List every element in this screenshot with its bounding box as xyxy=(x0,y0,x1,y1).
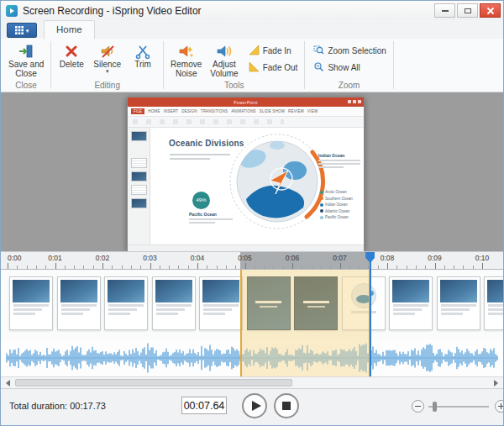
video-thumbnail[interactable] xyxy=(389,276,433,330)
ppt-tab: FILE xyxy=(131,108,144,114)
ruler-tick xyxy=(160,266,160,269)
video-thumbnail[interactable] xyxy=(152,276,196,330)
globe-graphic xyxy=(224,129,330,234)
zoom-slider-handle[interactable] xyxy=(433,402,437,412)
video-thumbnail[interactable] xyxy=(104,276,148,330)
silence-icon xyxy=(99,42,116,60)
callout-pacific-ocean: Pacific Ocean xyxy=(189,212,233,224)
thumbnail-art xyxy=(393,308,422,311)
scrollbar-thumb[interactable] xyxy=(15,379,292,387)
thumbnail-art xyxy=(488,304,503,307)
video-thumbnail[interactable] xyxy=(199,276,243,330)
adjust-volume-button[interactable]: Adjust Volume xyxy=(206,40,242,79)
timeline-ruler[interactable]: 0:000:010:020:030:040:050:060:070:080:09… xyxy=(1,251,503,270)
thumbnail-art xyxy=(108,304,144,307)
total-duration: Total duration: 00:17.73 xyxy=(9,401,106,411)
ruler-label: 0:10 xyxy=(475,254,490,262)
ruler-tick xyxy=(273,266,274,269)
button-label: Trim xyxy=(134,60,151,69)
ruler-tick xyxy=(217,266,218,269)
thumbnail-art xyxy=(108,308,137,311)
ribbon-group-label: Editing xyxy=(54,81,160,92)
timeline-selection[interactable] xyxy=(240,270,370,376)
ruler-tick xyxy=(245,263,246,269)
save-and-close-button[interactable]: Save and Close xyxy=(4,40,48,79)
fade-out-button[interactable]: Fade Out xyxy=(246,60,301,75)
ruler-label: 0:05 xyxy=(238,254,252,262)
ppt-body: Oceanic Divisions xyxy=(128,128,364,245)
ruler-tick xyxy=(349,266,350,269)
thumbnail-art xyxy=(156,304,192,307)
delete-button[interactable]: Delete xyxy=(54,40,89,70)
ribbon-group-tools: Remove Noise Adjust Volume Fade In xyxy=(165,39,303,92)
zoom-in-button[interactable] xyxy=(495,400,503,413)
ruler-tick xyxy=(387,263,388,269)
text-placeholder xyxy=(170,154,230,155)
thumbnail-art xyxy=(440,280,477,302)
stop-button[interactable] xyxy=(274,393,299,418)
ruler-tick xyxy=(302,266,302,269)
thumbnail-art xyxy=(61,304,97,307)
thumbnail-art xyxy=(61,313,83,315)
thumbnail-art xyxy=(13,313,35,315)
thumbnail-art xyxy=(441,304,476,307)
ruler-tick xyxy=(150,263,151,269)
legend-dot xyxy=(320,191,323,194)
video-thumbnail[interactable] xyxy=(57,276,101,330)
ruler-tick xyxy=(482,263,483,269)
button-label: Fade Out xyxy=(263,63,298,72)
show-all-icon xyxy=(313,61,324,74)
video-thumbnail[interactable] xyxy=(437,276,480,330)
button-label: Fade In xyxy=(263,46,291,55)
ruler-tick xyxy=(197,263,198,269)
remove-noise-button[interactable]: Remove Noise xyxy=(166,40,206,79)
ribbon: Save and Close Close Delete xyxy=(1,39,503,92)
ruler-tick xyxy=(340,263,341,269)
total-duration-label: Total duration: xyxy=(9,401,67,411)
thumbnail-art xyxy=(392,280,429,302)
ribbon-divider xyxy=(163,41,164,89)
ruler-tick xyxy=(17,266,18,269)
scroll-left-arrow[interactable] xyxy=(2,378,14,387)
ruler-tick xyxy=(45,266,46,269)
ruler-label: 0:07 xyxy=(333,254,347,262)
ruler-tick xyxy=(93,266,94,269)
ruler-selection[interactable] xyxy=(240,252,370,270)
legend-dot xyxy=(320,197,323,200)
minimize-button[interactable] xyxy=(434,3,455,18)
thumbnail-art xyxy=(441,308,470,311)
video-thumbnail[interactable] xyxy=(9,276,53,330)
app-menu-button[interactable]: ▾ xyxy=(7,23,37,38)
timeline-scrollbar[interactable] xyxy=(1,376,503,388)
trim-button[interactable]: Trim xyxy=(125,40,160,70)
trim-icon xyxy=(134,42,151,60)
zoom-out-button[interactable] xyxy=(412,400,424,413)
silence-button[interactable]: Silence ▾ xyxy=(89,40,125,74)
ruler-tick xyxy=(188,266,189,269)
scroll-right-arrow[interactable] xyxy=(490,378,502,387)
legend-item: Arctic Ocean xyxy=(320,190,360,194)
ribbon-divider xyxy=(304,41,305,89)
video-thumbnail[interactable] xyxy=(484,276,503,330)
show-all-button[interactable]: Show All xyxy=(311,60,388,75)
button-label: Adjust xyxy=(213,60,236,69)
maximize-button[interactable] xyxy=(457,3,478,18)
total-duration-value: 00:17.73 xyxy=(70,401,106,411)
ruler-tick xyxy=(83,266,84,269)
zoom-slider[interactable] xyxy=(428,406,489,408)
ruler-tick xyxy=(396,266,397,269)
play-button[interactable] xyxy=(242,393,267,418)
tab-home[interactable]: Home xyxy=(44,20,95,39)
ppt-tab: VIEW xyxy=(307,109,318,113)
window-controls xyxy=(433,3,501,18)
close-button[interactable] xyxy=(480,3,501,18)
remove-noise-icon xyxy=(178,42,195,60)
play-icon xyxy=(252,401,261,411)
current-time-display: 00:07.64 xyxy=(181,397,227,414)
thumbnail-art xyxy=(155,280,192,302)
ribbon-divider xyxy=(50,41,51,89)
ppt-tab: REVIEW xyxy=(288,109,304,113)
fade-in-button[interactable]: Fade In xyxy=(246,44,301,58)
zoom-selection-button[interactable]: Zoom Selection xyxy=(311,44,388,58)
legend-dot xyxy=(320,216,323,219)
